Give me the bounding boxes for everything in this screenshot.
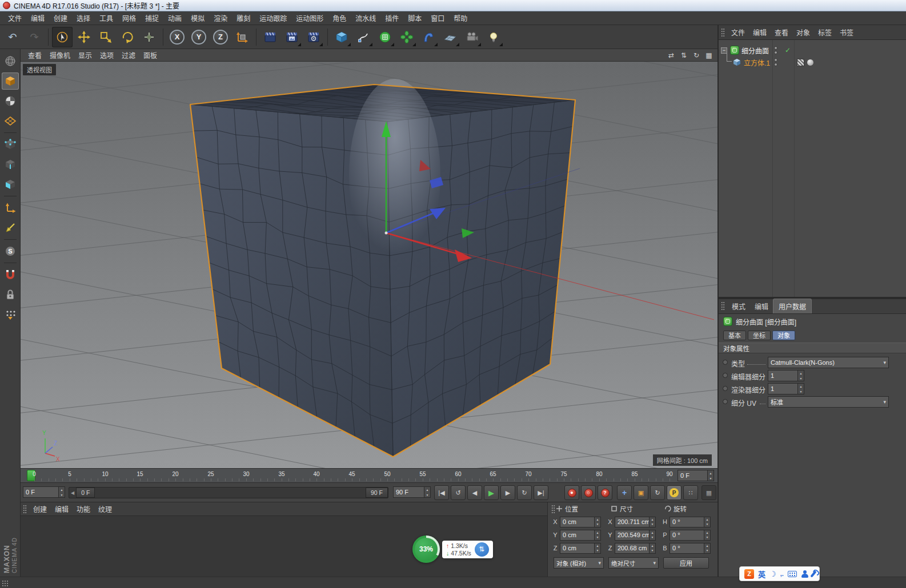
object-name[interactable]: 立方体.1 xyxy=(744,58,770,67)
vp-menu-panel[interactable]: 面板 xyxy=(139,49,161,62)
menu-pipeline[interactable]: 流水线 xyxy=(351,11,380,25)
add-camera-button[interactable] xyxy=(462,27,482,47)
stepper[interactable]: ▲▼ xyxy=(704,517,710,527)
add-modeling-generator-button[interactable] xyxy=(396,27,417,47)
rotation-b-field[interactable]: 0 °▲▼ xyxy=(670,543,711,554)
redo-button[interactable]: ↷ xyxy=(24,27,45,47)
om-menu-file[interactable]: 文件 xyxy=(727,26,749,39)
goto-end-button[interactable]: ▶| xyxy=(534,485,548,500)
menu-file[interactable]: 文件 xyxy=(3,11,26,25)
range-end-handle[interactable]: 90 F xyxy=(366,488,388,498)
ime-keyboard-icon[interactable] xyxy=(788,571,797,577)
object-name[interactable]: 细分曲面 xyxy=(741,46,769,55)
panel-grip-icon[interactable] xyxy=(721,28,725,37)
scale-key-toggle[interactable]: ▣ xyxy=(634,485,648,500)
viewport-canvas[interactable] xyxy=(21,62,717,468)
render-subdivision-field[interactable]: 1▲▼ xyxy=(768,383,804,394)
om-menu-bookmarks[interactable]: 书签 xyxy=(836,26,857,39)
viewport-solo-button[interactable]: S xyxy=(2,243,19,260)
add-environment-floor-button[interactable] xyxy=(440,27,460,47)
animation-dot[interactable] xyxy=(723,373,728,378)
ime-user-icon[interactable] xyxy=(801,570,808,578)
om-menu-tags[interactable]: 标签 xyxy=(814,26,836,39)
ime-mode-label[interactable]: 英 xyxy=(758,569,765,579)
size-z-field[interactable]: 200.68 cm▲▼ xyxy=(615,543,656,554)
om-menu-objects[interactable]: 对象 xyxy=(792,26,814,39)
editor-subdivision-field[interactable]: 1▲▼ xyxy=(768,370,804,381)
stepper[interactable]: ▲▼ xyxy=(594,530,600,540)
menu-script[interactable]: 脚本 xyxy=(403,11,426,25)
rotation-key-toggle[interactable]: ↻ xyxy=(650,485,665,500)
size-mode-dropdown[interactable]: 绝对尺寸▾ xyxy=(608,557,659,569)
toggle-view-icon[interactable]: ▦ xyxy=(704,51,714,60)
menu-help[interactable]: 帮助 xyxy=(449,11,472,25)
menu-tools[interactable]: 工具 xyxy=(95,11,118,25)
progress-ring[interactable]: 33% xyxy=(412,535,440,563)
stepper[interactable]: ▲▼ xyxy=(797,384,804,394)
am-menu-edit[interactable]: 编辑 xyxy=(750,299,773,313)
panel-grip-icon[interactable] xyxy=(23,505,27,514)
tab-coordinates[interactable]: 坐标 xyxy=(748,331,771,340)
perspective-viewport[interactable]: Y Z X 透视视图 网格间距 : 100 cm xyxy=(21,62,717,468)
menu-simulate[interactable]: 模拟 xyxy=(186,11,209,25)
add-light-button[interactable] xyxy=(483,27,504,47)
y-axis-lock-button[interactable]: Y xyxy=(189,27,209,47)
tab-object[interactable]: 对象 xyxy=(772,331,795,340)
phong-tag-icon[interactable] xyxy=(807,59,814,66)
move-tool-button[interactable] xyxy=(74,27,94,47)
object-row-cube[interactable]: 立方体.1 xyxy=(719,57,906,68)
add-subdivision-surface-button[interactable] xyxy=(375,27,395,47)
coordinate-mode-dropdown[interactable]: 对象 (相对)▾ xyxy=(554,557,604,569)
visibility-dots[interactable] xyxy=(774,58,777,66)
coordinate-system-button[interactable] xyxy=(232,27,252,47)
panel-grip-icon[interactable] xyxy=(551,505,555,514)
apply-button[interactable]: 应用 xyxy=(663,557,709,569)
record-keyframe-button[interactable]: ● xyxy=(564,485,579,500)
range-start-handle[interactable]: 0 F xyxy=(76,488,95,498)
tab-basic[interactable]: 基本 xyxy=(723,331,746,340)
title-bar[interactable]: CINEMA 4D R17.016 Studio (R17) - [未标题 3 … xyxy=(0,0,906,11)
menu-create[interactable]: 创建 xyxy=(49,11,72,25)
panel-grip-icon[interactable] xyxy=(721,301,725,311)
render-picture-viewer-button[interactable] xyxy=(282,27,302,47)
edges-mode-button[interactable] xyxy=(2,156,19,173)
animation-dot[interactable] xyxy=(723,386,728,391)
animation-dot[interactable] xyxy=(723,360,728,365)
play-forward-button[interactable]: ▶ xyxy=(484,485,499,500)
object-row-subdivision-surface[interactable]: − 细分曲面 ✓ xyxy=(719,45,906,56)
speed-monitor-icon[interactable]: ⇅ xyxy=(475,542,489,557)
add-spline-pen-button[interactable] xyxy=(353,27,374,47)
dolly-view-icon[interactable]: ⇅ xyxy=(679,51,689,60)
menu-window[interactable]: 窗口 xyxy=(426,11,449,25)
add-cube-primitive-button[interactable] xyxy=(331,27,352,47)
stepper[interactable]: ▲▼ xyxy=(704,543,710,553)
previous-frame-button[interactable]: ◀ xyxy=(467,485,482,500)
ime-moon-icon[interactable]: ☽ xyxy=(769,570,776,578)
z-axis-lock-button[interactable]: Z xyxy=(210,27,231,47)
x-axis-lock-button[interactable]: X xyxy=(167,27,187,47)
view-label[interactable]: 透视视图 xyxy=(23,64,56,75)
om-menu-edit[interactable]: 编辑 xyxy=(749,26,771,39)
mat-menu-function[interactable]: 功能 xyxy=(73,502,94,515)
model-mode-button[interactable] xyxy=(2,73,19,90)
mat-menu-texture[interactable]: 纹理 xyxy=(94,502,116,515)
stepper[interactable]: ▲▼ xyxy=(797,370,804,381)
enable-axis-button[interactable] xyxy=(2,199,19,216)
position-x-field[interactable]: 0 cm▲▼ xyxy=(560,517,601,527)
polygons-mode-button[interactable] xyxy=(2,176,19,193)
ime-tools-icon[interactable] xyxy=(810,570,816,578)
undo-button[interactable]: ↶ xyxy=(2,27,23,47)
menu-select[interactable]: 选择 xyxy=(72,11,95,25)
size-x-field[interactable]: 200.711 cm▲▼ xyxy=(615,517,656,527)
pan-view-icon[interactable]: ⇄ xyxy=(666,51,676,60)
type-dropdown[interactable]: Catmull-Clark(N-Gons)▾ xyxy=(768,357,889,368)
lock-workplane-button[interactable] xyxy=(2,286,19,303)
menu-sculpt[interactable]: 雕刻 xyxy=(232,11,255,25)
position-z-field[interactable]: 0 cm▲▼ xyxy=(560,543,601,554)
points-mode-button[interactable] xyxy=(2,136,19,153)
menu-motion-tracker[interactable]: 运动跟踪 xyxy=(255,11,291,25)
workplane-mode-button[interactable] xyxy=(2,112,19,130)
end-frame-field[interactable]: 90 F ▲▼ xyxy=(393,486,431,498)
pla-key-toggle[interactable]: ∷ xyxy=(683,485,698,500)
rotate-tool-button[interactable] xyxy=(117,27,138,47)
